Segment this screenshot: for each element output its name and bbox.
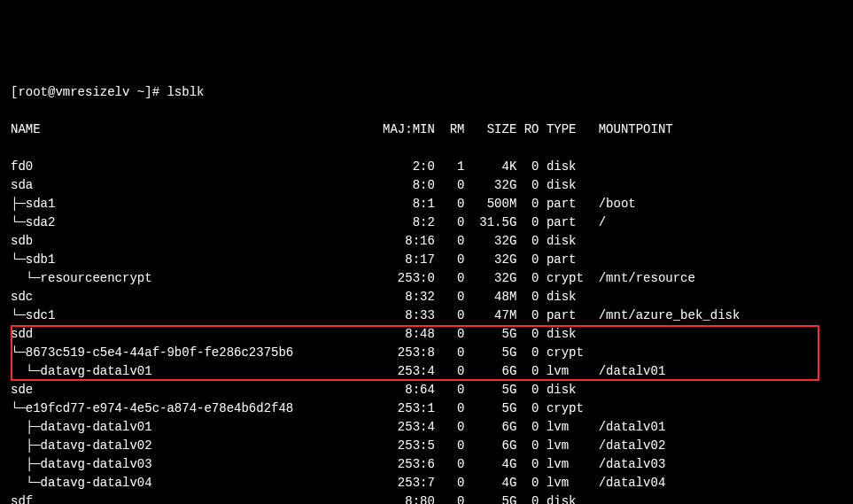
row-text: ├─datavg-datalv02 253:5 0 6G 0 lvm /data… [11,438,665,453]
row-text: fd0 2:0 1 4K 0 disk [11,159,599,174]
row-text: └─8673c519-c5e4-44af-9b0f-fe286c2375b6 2… [11,345,599,360]
lsblk-row: └─8673c519-c5e4-44af-9b0f-fe286c2375b6 2… [11,344,842,362]
row-text: sda 8:0 0 32G 0 disk [11,178,599,192]
lsblk-row: ├─datavg-datalv03 253:6 0 4G 0 lvm /data… [11,455,842,474]
lsblk-output: fd0 2:0 1 4K 0 disk sda 8:0 0 32G 0 disk… [11,158,842,504]
lsblk-row: └─resourceencrypt 253:0 0 32G 0 crypt /m… [11,269,842,288]
lsblk-row: fd0 2:0 1 4K 0 disk [11,158,842,176]
row-text: └─resourceencrypt 253:0 0 32G 0 crypt /m… [11,271,695,285]
row-text: sdf 8:80 0 5G 0 disk [11,494,599,504]
row-text: ├─datavg-datalv01 253:4 0 6G 0 lvm /data… [11,420,665,434]
lsblk-row: sdb 8:16 0 32G 0 disk [11,232,842,251]
row-text: └─e19fcd77-e974-4e5c-a874-e78e4b6d2f48 2… [11,401,599,415]
lsblk-row: sdf 8:80 0 5G 0 disk [11,492,842,504]
row-text: └─datavg-datalv04 253:7 0 4G 0 lvm /data… [11,476,665,490]
lsblk-row: ├─sda1 8:1 0 500M 0 part /boot [11,195,842,213]
lsblk-row: └─e19fcd77-e974-4e5c-a874-e78e4b6d2f48 2… [11,399,842,418]
row-text: sde 8:64 0 5G 0 disk [11,383,599,397]
row-text: sdd 8:48 0 5G 0 disk [11,327,599,341]
row-text: sdc 8:32 0 48M 0 disk [11,290,599,304]
row-text: └─sdc1 8:33 0 47M 0 part /mnt/azure_bek_… [11,308,740,322]
lsblk-row: sdd 8:48 0 5G 0 disk [11,325,842,344]
lsblk-row: └─sdc1 8:33 0 47M 0 part /mnt/azure_bek_… [11,306,842,325]
lsblk-row: └─sda2 8:2 0 31.5G 0 part / [11,213,842,232]
row-text: └─sdb1 8:17 0 32G 0 part [11,252,599,267]
lsblk-row: └─datavg-datalv04 253:7 0 4G 0 lvm /data… [11,474,842,492]
lsblk-header: NAME MAJ:MIN RM SIZE RO TYPE MOUNTPOINT [11,120,842,139]
row-text: ├─datavg-datalv03 253:6 0 4G 0 lvm /data… [11,457,665,471]
prompt-text: [root@vmresizelv ~]# lsblk [11,85,204,99]
lsblk-row: ├─datavg-datalv01 253:4 0 6G 0 lvm /data… [11,418,842,437]
lsblk-row: sdc 8:32 0 48M 0 disk [11,288,842,306]
row-text: └─datavg-datalv01 253:4 0 6G 0 lvm /data… [11,364,665,378]
row-text: sdb 8:16 0 32G 0 disk [11,234,599,248]
lsblk-row: └─sdb1 8:17 0 32G 0 part [11,251,842,269]
row-text: ├─sda1 8:1 0 500M 0 part /boot [11,197,636,211]
lsblk-row: ├─datavg-datalv02 253:5 0 6G 0 lvm /data… [11,437,842,455]
lsblk-row: sda 8:0 0 32G 0 disk [11,176,842,195]
shell-prompt: [root@vmresizelv ~]# lsblk [11,83,842,102]
lsblk-row: └─datavg-datalv01 253:4 0 6G 0 lvm /data… [11,362,842,381]
row-text: └─sda2 8:2 0 31.5G 0 part / [11,215,606,229]
lsblk-row: sde 8:64 0 5G 0 disk [11,381,842,399]
